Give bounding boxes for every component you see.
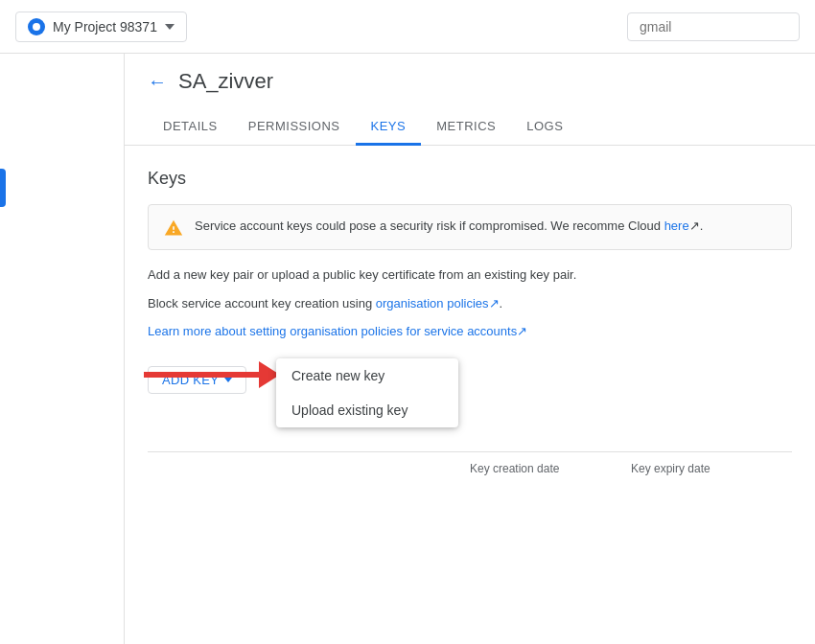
table-col-empty <box>148 462 470 475</box>
warning-banner: Service account keys could pose a securi… <box>148 204 792 250</box>
table-col-creation-date: Key creation date <box>470 462 631 475</box>
section-title: Keys <box>148 169 792 189</box>
content-area: Keys Service account keys could pose a s… <box>125 146 815 508</box>
back-button[interactable]: ← <box>148 71 167 93</box>
org-policies-link[interactable]: organisation policies↗ <box>376 296 500 310</box>
main-content: ← SA_zivver DETAILS PERMISSIONS KEYS MET… <box>125 54 815 644</box>
page-header: ← SA_zivver <box>125 54 815 94</box>
table-col-expiry-date: Key expiry date <box>631 462 792 475</box>
arrow-body <box>144 372 259 378</box>
project-selector[interactable]: My Project 98371 <box>15 12 187 42</box>
project-icon <box>28 18 45 35</box>
learn-more-link[interactable]: Learn more about setting organisation po… <box>148 324 527 338</box>
chevron-down-icon <box>165 24 175 30</box>
search-input[interactable] <box>627 12 800 41</box>
description-2: Block service account key creation using… <box>148 294 792 313</box>
project-name: My Project 98371 <box>53 19 157 34</box>
main-layout: ← SA_zivver DETAILS PERMISSIONS KEYS MET… <box>0 54 815 644</box>
here-link[interactable]: here <box>664 218 689 233</box>
description-1: Add a new key pair or upload a public ke… <box>148 265 792 285</box>
learn-more: Learn more about setting organisation po… <box>148 322 792 341</box>
tab-details[interactable]: DETAILS <box>148 109 233 146</box>
tab-permissions[interactable]: PERMISSIONS <box>233 109 356 146</box>
tabs-bar: DETAILS PERMISSIONS KEYS METRICS LOGS <box>125 109 815 146</box>
warning-icon <box>164 218 183 238</box>
sidebar-active-indicator <box>0 169 6 207</box>
create-new-key-item[interactable]: Create new key <box>276 358 458 393</box>
add-key-dropdown: Create new key Upload existing key <box>276 358 458 427</box>
table-header: Key creation date Key expiry date <box>148 451 792 485</box>
tab-keys[interactable]: KEYS <box>356 109 422 146</box>
arrow-indicator <box>144 372 259 378</box>
page-title: SA_zivver <box>178 69 273 94</box>
tab-metrics[interactable]: METRICS <box>421 109 511 146</box>
upload-existing-key-item[interactable]: Upload existing key <box>276 393 458 427</box>
sidebar <box>0 54 125 644</box>
top-bar: My Project 98371 <box>0 0 815 54</box>
warning-text: Service account keys could pose a securi… <box>195 217 703 236</box>
tab-logs[interactable]: LOGS <box>511 109 578 146</box>
add-key-button[interactable]: ADD KEY <box>148 366 246 394</box>
add-key-chevron-icon <box>224 378 232 382</box>
